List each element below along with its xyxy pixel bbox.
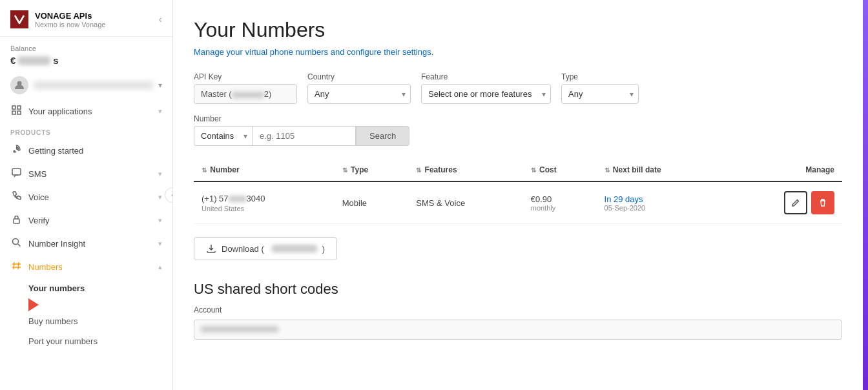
sidebar-item-numbers[interactable]: Numbers ▴	[0, 255, 172, 278]
table-body: (+1) 573040 United States Mobile SMS & V…	[194, 181, 842, 224]
products-section-label: PRODUCTS	[0, 123, 172, 139]
next-bill-date: 05-Sep-2020	[604, 204, 718, 212]
contains-select[interactable]: Contains	[194, 126, 253, 146]
download-icon	[206, 243, 216, 254]
number-blurred	[229, 196, 247, 202]
feature-select-wrapper: Select one or more features	[421, 84, 551, 104]
sidebar-item-label: Numbers	[28, 262, 152, 272]
col-cost: ⇅ Cost	[523, 159, 597, 181]
main-content: Your Numbers Manage your virtual phone n…	[173, 0, 868, 390]
chevron-icon: ▾	[158, 216, 162, 225]
cell-next-bill: In 29 days 05-Sep-2020	[597, 181, 725, 224]
user-name	[34, 81, 153, 89]
number-filter-row: Contains Search	[194, 126, 842, 146]
number-filter-label: Number	[194, 114, 842, 123]
numbers-table: ⇅ Number ⇅ Type ⇅ Features ⇅ Cost ⇅ Next…	[194, 159, 842, 224]
type-label: Type	[561, 72, 639, 81]
svg-rect-7	[14, 219, 19, 223]
col-manage: Manage	[725, 159, 842, 181]
feature-filter: Feature Select one or more features	[421, 72, 551, 104]
cell-number: (+1) 573040 United States	[194, 181, 335, 224]
sidebar: VONAGE APIs Nexmo is now Vonage ‹ Balanc…	[0, 0, 173, 390]
download-close-paren: )	[322, 244, 325, 254]
sidebar-item-label: Verify	[28, 216, 152, 225]
col-features: ⇅ Features	[408, 159, 523, 181]
delete-button[interactable]	[811, 191, 834, 214]
sidebar-user-menu[interactable]: ▾	[0, 71, 172, 99]
col-next-bill: ⇅ Next bill date	[597, 159, 725, 181]
chevron-icon: ▾	[158, 107, 162, 116]
cell-type: Mobile	[335, 181, 409, 224]
download-button[interactable]: Download ()	[194, 237, 337, 260]
sidebar-sub-your-numbers[interactable]: Your numbers	[0, 278, 172, 298]
vonage-logo	[10, 10, 28, 28]
cell-features: SMS & Voice	[408, 181, 523, 224]
sidebar-toggle-button[interactable]: ‹	[159, 14, 162, 25]
search-icon	[10, 238, 22, 249]
type-select-wrapper: Any	[561, 84, 639, 104]
manage-buttons	[733, 191, 834, 214]
sidebar-item-label: Number Insight	[28, 239, 152, 249]
cost-value: €0.90	[531, 194, 589, 204]
sidebar-item-sms[interactable]: SMS ▾	[0, 162, 172, 185]
sidebar-header: VONAGE APIs Nexmo is now Vonage ‹	[0, 0, 172, 37]
sidebar-item-getting-started[interactable]: Getting started	[0, 139, 172, 162]
api-key-label: API Key	[194, 72, 297, 81]
user-chevron-icon: ▾	[158, 81, 162, 90]
accent-bar	[863, 0, 868, 390]
sidebar-item-label: Getting started	[28, 146, 162, 156]
feature-select[interactable]: Select one or more features	[421, 84, 551, 104]
svg-line-9	[14, 262, 14, 269]
phone-icon	[10, 191, 22, 203]
currency-symbol: €	[10, 55, 16, 66]
rocket-icon	[10, 145, 22, 156]
sort-icon: ⇅	[604, 167, 610, 174]
country-select[interactable]: Any	[307, 84, 411, 104]
sidebar-sub-buy-numbers[interactable]: Buy numbers	[0, 311, 172, 331]
table-header-row: ⇅ Number ⇅ Type ⇅ Features ⇅ Cost ⇅ Next…	[194, 159, 842, 181]
sidebar-item-verify[interactable]: Verify ▾	[0, 209, 172, 232]
number-input[interactable]	[253, 126, 356, 146]
feature-label: Feature	[421, 72, 551, 81]
svg-rect-2	[17, 106, 21, 109]
sidebar-item-label: SMS	[28, 169, 152, 179]
edit-button[interactable]	[784, 191, 807, 214]
grid-icon	[10, 105, 22, 117]
type-select[interactable]: Any	[561, 84, 639, 104]
account-label: Account	[194, 305, 842, 314]
brand-name: VONAGE APIs	[35, 11, 105, 21]
svg-rect-6	[12, 169, 21, 175]
sidebar-item-label: Voice	[28, 192, 152, 202]
table-row: (+1) 573040 United States Mobile SMS & V…	[194, 181, 842, 224]
balance-value: € s	[10, 55, 162, 66]
country-select-wrapper: Any	[307, 84, 411, 104]
page-title: Your Numbers	[194, 18, 842, 42]
country-label: Country	[307, 72, 411, 81]
us-short-codes-title: US shared short codes	[194, 281, 842, 298]
sidebar-item-number-insight[interactable]: Number Insight ▾	[0, 232, 172, 255]
country-filter: Country Any	[307, 72, 411, 104]
brand-sub: Nexmo is now Vonage	[35, 21, 105, 28]
api-key-filter: API Key Master (2)	[194, 72, 297, 104]
balance-label: Balance	[10, 45, 162, 52]
page-subtitle: Manage your virtual phone numbers and co…	[194, 47, 842, 57]
contains-wrapper: Contains	[194, 126, 253, 146]
cell-manage	[725, 181, 842, 224]
filters-row-1: API Key Master (2) Country Any Feature S…	[194, 72, 842, 104]
table-header: ⇅ Number ⇅ Type ⇅ Features ⇅ Cost ⇅ Next…	[194, 159, 842, 181]
type-filter: Type Any	[561, 72, 639, 104]
svg-rect-3	[12, 111, 16, 114]
sort-icon: ⇅	[342, 167, 347, 174]
search-button[interactable]: Search	[356, 126, 409, 146]
chevron-icon: ▾	[158, 193, 162, 201]
sidebar-item-label: Your applications	[28, 107, 152, 116]
sidebar-item-your-applications[interactable]: Your applications ▾	[0, 99, 172, 123]
sort-icon: ⇅	[531, 167, 536, 174]
sidebar-item-voice[interactable]: Voice ▾	[0, 185, 172, 209]
sort-icon: ⇅	[202, 167, 207, 174]
sidebar-sub-port-numbers[interactable]: Port your numbers	[0, 331, 172, 351]
number-country: United States	[202, 205, 327, 212]
chevron-icon: ▾	[158, 240, 162, 248]
svg-rect-1	[12, 106, 16, 109]
account-blurred	[201, 326, 278, 333]
